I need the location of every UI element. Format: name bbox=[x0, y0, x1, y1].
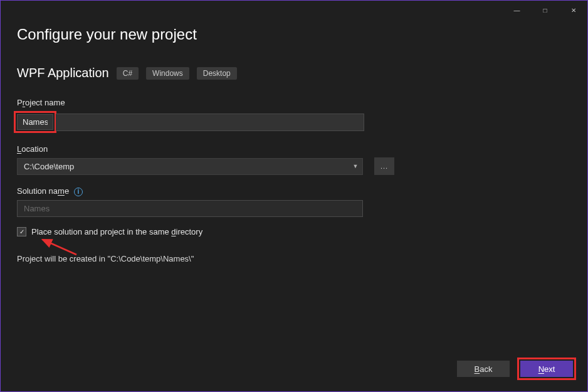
titlebar: — □ ✕ bbox=[1, 1, 587, 19]
solution-name-input bbox=[17, 200, 363, 217]
page-title: Configure your new project bbox=[17, 26, 571, 43]
browse-button[interactable]: ... bbox=[374, 157, 394, 175]
creation-path-text: Project will be created in "C:\Code\temp… bbox=[17, 254, 571, 263]
info-icon[interactable]: i bbox=[74, 188, 83, 196]
project-name-input[interactable] bbox=[17, 114, 53, 130]
highlight-project-name bbox=[14, 111, 56, 133]
minimize-button[interactable]: — bbox=[503, 1, 531, 19]
solution-name-label: Solution name i bbox=[17, 186, 83, 196]
same-directory-row: Place solution and project in the same d… bbox=[17, 227, 571, 236]
window-controls: — □ ✕ bbox=[503, 1, 587, 19]
tag-type: Desktop bbox=[197, 67, 237, 80]
same-directory-checkbox[interactable] bbox=[17, 227, 26, 236]
chevron-down-icon[interactable]: ▼ bbox=[349, 163, 362, 169]
template-header: WPF Application C# Windows Desktop bbox=[17, 66, 571, 80]
content-area: Configure your new project WPF Applicati… bbox=[1, 19, 587, 263]
template-name: WPF Application bbox=[17, 66, 109, 80]
solution-name-group: Solution name i bbox=[17, 185, 571, 217]
same-directory-label: Place solution and project in the same d… bbox=[31, 227, 202, 236]
close-button[interactable]: ✕ bbox=[559, 1, 587, 19]
location-combo[interactable]: C:\Code\temp ▼ bbox=[17, 158, 363, 175]
project-name-group: Project name bbox=[17, 97, 571, 133]
project-name-label: Project name bbox=[17, 98, 65, 107]
location-label: Location bbox=[17, 144, 48, 154]
maximize-button[interactable]: □ bbox=[531, 1, 559, 19]
next-button[interactable]: Next bbox=[520, 361, 573, 377]
location-value: C:\Code\temp bbox=[18, 159, 349, 174]
back-button[interactable]: Back bbox=[457, 361, 510, 377]
tag-platform: Windows bbox=[146, 67, 189, 80]
project-name-input-rest[interactable] bbox=[56, 114, 364, 131]
highlight-next: Next bbox=[517, 358, 576, 380]
footer-buttons: Back Next bbox=[457, 358, 576, 380]
location-group: Location C:\Code\temp ▼ ... bbox=[17, 143, 571, 175]
svg-line-0 bbox=[43, 240, 76, 255]
tag-language: C# bbox=[117, 67, 139, 80]
